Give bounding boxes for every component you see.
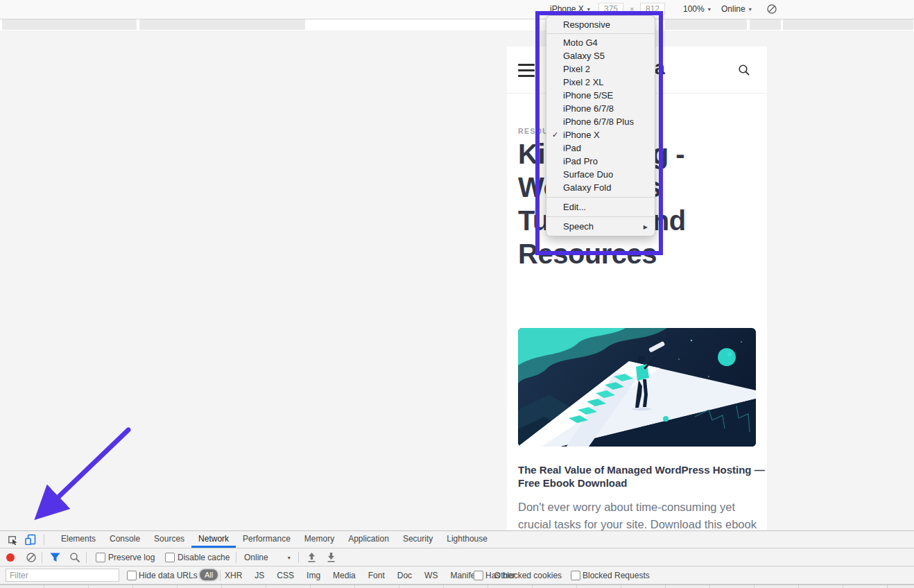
type-filter-css[interactable]: CSS [277,571,294,580]
menu-item-galaxy-s5[interactable]: Galaxy S5 [546,49,655,62]
type-filters: XHR JS CSS Img Media Font Doc WS Manifes… [225,571,515,580]
device-selector-label: iPhone X [550,4,584,14]
media-query-segment [665,19,747,30]
has-blocked-cookies-checkbox[interactable] [474,571,483,580]
throttle-selector[interactable]: Online▾ [721,4,752,14]
type-filter-all[interactable]: All [200,569,218,580]
menu-item-responsive[interactable]: Responsive [546,18,655,31]
article-excerpt: Don't ever worry about time-consuming ye… [518,499,757,530]
tab-lighthouse[interactable]: Lighthouse [440,531,494,546]
funnel-icon [50,553,60,562]
media-query-bar [0,19,914,31]
search-button[interactable] [738,64,750,76]
tab-memory[interactable]: Memory [298,531,341,546]
blocked-requests-label[interactable]: Blocked Requests [583,571,650,580]
menu-separator [546,197,655,198]
tab-network[interactable]: Network [191,531,236,548]
hide-data-urls-checkbox[interactable] [127,571,137,580]
tab-performance[interactable]: Performance [236,531,298,546]
chevron-down-icon: ▾ [587,6,590,12]
export-har-button[interactable] [326,552,336,563]
annotation-arrow [21,416,139,527]
devtools-tabbar: Elements Console Sources Network Perform… [0,531,914,548]
toolbar-divider [44,534,44,545]
menu-item-edit[interactable]: Edit... [546,200,655,214]
download-icon [326,552,336,563]
throttle-selector-label: Online [721,4,745,14]
checkmark-icon: ✓ [552,128,558,141]
disable-cache-label[interactable]: Disable cache [178,553,230,562]
record-button[interactable] [6,553,15,562]
menu-item-iphone-678[interactable]: iPhone 6/7/8 [546,102,655,115]
search-icon [69,552,80,563]
menu-item-galaxy-fold[interactable]: Galaxy Fold [546,181,655,194]
network-filter-bar: Hide data URLs All XHR JS CSS Img Media … [0,567,914,585]
menu-item-iphone-678-plus[interactable]: iPhone 6/7/8 Plus [546,115,655,128]
menu-item-moto-g4[interactable]: Moto G4 [546,36,655,49]
preserve-log-checkbox[interactable] [96,553,105,562]
chevron-down-icon: ▾ [708,6,711,12]
type-filter-font[interactable]: Font [368,571,385,580]
zoom-selector[interactable]: 100%▾ [683,4,711,14]
devtools-window: iPhone X▾ × 100%▾ Online▾ Ki [0,0,914,588]
submenu-arrow-icon: ▶ [644,220,648,234]
inspect-icon [7,534,18,545]
type-filter-doc[interactable]: Doc [397,571,412,580]
has-blocked-cookies-label[interactable]: Has blocked cookies [485,571,562,580]
menu-item-speech[interactable]: ▶ Speech [546,220,655,233]
type-filter-js[interactable]: JS [255,571,264,580]
hide-data-urls-label[interactable]: Hide data URLs [139,571,198,580]
preserve-log-label[interactable]: Preserve log [108,553,155,562]
tab-console[interactable]: Console [103,531,147,546]
clear-button[interactable] [26,552,37,563]
search-toggle-button[interactable] [69,552,80,563]
viewport-width-input[interactable] [598,3,623,15]
clear-icon [26,552,37,563]
devtools-tabs: Elements Console Sources Network Perform… [54,531,494,548]
menu-item-pixel-2-xl[interactable]: Pixel 2 XL [546,76,655,89]
viewport-height-input[interactable] [640,3,665,15]
filter-toggle-button[interactable] [50,553,60,562]
type-filter-xhr[interactable]: XHR [225,571,242,580]
menu-item-ipad[interactable]: iPad [546,141,655,155]
rotate-icon [766,3,777,15]
menu-separator [546,33,655,34]
menu-item-iphone-5-se[interactable]: iPhone 5/SE [546,89,655,102]
tab-elements[interactable]: Elements [54,531,103,546]
menu-item-ipad-pro[interactable]: iPad Pro [546,155,655,168]
type-filter-media[interactable]: Media [333,571,356,580]
filter-input[interactable] [6,569,119,582]
media-query-segment [2,19,137,30]
type-filter-img[interactable]: Img [307,571,320,580]
device-toolbar-toggle-icon [25,534,36,545]
requests-table-header [0,585,914,588]
search-icon [738,64,750,76]
device-toolbar: iPhone X▾ × 100%▾ Online▾ [0,0,914,19]
media-query-segment [139,19,305,30]
hero-illustration[interactable] [518,328,756,447]
network-throttle-select[interactable]: Online▾ [244,553,291,562]
menu-item-pixel-2[interactable]: Pixel 2 [546,62,655,76]
import-har-button[interactable] [307,552,317,563]
disable-cache-checkbox[interactable] [165,553,175,562]
chevron-down-icon: ▾ [288,555,291,561]
media-query-segment [750,19,781,30]
menu-item-iphone-x[interactable]: ✓ iPhone X [546,128,655,141]
inspect-button[interactable] [7,534,18,545]
heading-line: Resources [518,237,686,270]
media-query-segment [783,19,913,30]
network-toolbar: Preserve log Disable cache Online▾ [0,548,914,567]
tab-application[interactable]: Application [341,531,396,546]
type-filter-ws[interactable]: WS [424,571,438,580]
tab-sources[interactable]: Sources [147,531,191,546]
device-selector[interactable]: iPhone X▾ [550,4,590,14]
device-toolbar-toggle-button[interactable] [25,534,36,545]
article-title[interactable]: The Real Value of Managed WordPress Host… [518,463,765,490]
chevron-down-icon: ▾ [749,6,752,12]
rotate-button[interactable] [766,3,777,15]
menu-item-surface-duo[interactable]: Surface Duo [546,168,655,181]
blocked-requests-checkbox[interactable] [571,571,580,580]
tab-security[interactable]: Security [396,531,440,546]
menu-separator [546,216,655,217]
upload-icon [307,552,317,563]
